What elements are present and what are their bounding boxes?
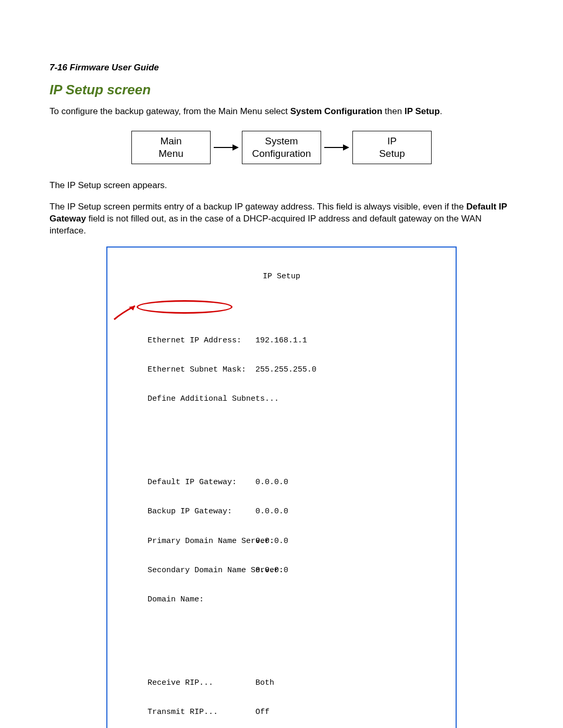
- terminal-label: Define Additional Subnets...: [115, 394, 255, 404]
- terminal-label: Primary Domain Name Server:: [115, 537, 255, 547]
- terminal-value: 255.255.255.0: [255, 365, 448, 375]
- terminal-label: Domain Name:: [115, 595, 255, 605]
- terminal-row: Backup IP Gateway: 0.0.0.0: [115, 507, 448, 517]
- terminal-value: Both: [255, 678, 448, 688]
- svg-marker-4: [129, 306, 136, 311]
- flow-arrow-icon: [324, 143, 349, 152]
- terminal-label: Default IP Gateway:: [115, 478, 255, 488]
- svg-marker-1: [232, 144, 239, 151]
- intro-mid: then: [382, 106, 405, 116]
- terminal-row: Secondary Domain Name Server: 0.0.0.0: [115, 566, 448, 576]
- terminal-label: Receive RIP...: [115, 678, 255, 688]
- terminal-row: Receive RIP... Both: [115, 678, 448, 688]
- terminal-title: IP Setup: [115, 272, 448, 282]
- terminal-value: Off: [255, 708, 448, 718]
- para-permits-pre: The IP Setup screen permits entry of a b…: [50, 202, 466, 212]
- terminal-value: [255, 394, 448, 404]
- terminal-value: [255, 595, 448, 605]
- terminal-value: 0.0.0.0: [255, 566, 448, 576]
- intro-paragraph: To configure the backup gateway, from th…: [50, 106, 513, 118]
- terminal-row: Transmit RIP... Off: [115, 708, 448, 718]
- ip-setup-terminal: IP Setup Ethernet IP Address: 192.168.1.…: [106, 246, 457, 728]
- terminal-row: Default IP Gateway: 0.0.0.0: [115, 478, 448, 488]
- navigation-flow-diagram: Main Menu System Configuration IP Setup: [50, 131, 513, 164]
- terminal-wrap: IP Setup Ethernet IP Address: 192.168.1.…: [50, 246, 513, 728]
- terminal-row: Primary Domain Name Server: 0.0.0.0: [115, 537, 448, 547]
- terminal-value: 0.0.0.0: [255, 507, 448, 517]
- terminal-row: Ethernet IP Address: 192.168.1.1: [115, 336, 448, 346]
- intro-bold-system-configuration: System Configuration: [290, 106, 383, 116]
- terminal-row: Domain Name:: [115, 595, 448, 605]
- flow-box-main-menu: Main Menu: [131, 131, 211, 164]
- flow-arrow-icon: [214, 143, 239, 152]
- terminal-row: Ethernet Subnet Mask: 255.255.255.0: [115, 365, 448, 375]
- terminal-value: 0.0.0.0: [255, 478, 448, 488]
- manual-page: 7-16 Firmware User Guide IP Setup screen…: [0, 0, 563, 728]
- page-header: 7-16 Firmware User Guide: [50, 63, 513, 73]
- para-appears: The IP Setup screen appears.: [50, 180, 513, 192]
- terminal-label: Ethernet Subnet Mask:: [115, 365, 255, 375]
- terminal-row: Define Additional Subnets...: [115, 394, 448, 404]
- terminal-value: 192.168.1.1: [255, 336, 448, 346]
- terminal-block-gateway: Default IP Gateway: 0.0.0.0 Backup IP Ga…: [115, 459, 448, 625]
- flow-box-system-configuration: System Configuration: [242, 131, 321, 164]
- intro-pre: To configure the backup gateway, from th…: [50, 106, 290, 116]
- intro-post: .: [440, 106, 443, 116]
- intro-bold-ip-setup: IP Setup: [405, 106, 440, 116]
- annotation-circle: [137, 300, 232, 314]
- terminal-label: Ethernet IP Address:: [115, 336, 255, 346]
- terminal-value: 0.0.0.0: [255, 537, 448, 547]
- terminal-label: Transmit RIP...: [115, 708, 255, 718]
- terminal-block-ethernet: Ethernet IP Address: 192.168.1.1 Etherne…: [115, 316, 448, 424]
- terminal-label: Secondary Domain Name Server:: [115, 566, 255, 576]
- para-permits-post: field is not filled out, as in the case …: [50, 214, 482, 236]
- section-title: IP Setup screen: [50, 82, 513, 98]
- terminal-block-rip: Receive RIP... Both Transmit RIP... Off: [115, 659, 448, 728]
- svg-marker-3: [343, 144, 349, 151]
- flow-box-ip-setup: IP Setup: [352, 131, 432, 164]
- para-permits: The IP Setup screen permits entry of a b…: [50, 201, 513, 237]
- terminal-label-backup-gateway: Backup IP Gateway:: [115, 507, 255, 517]
